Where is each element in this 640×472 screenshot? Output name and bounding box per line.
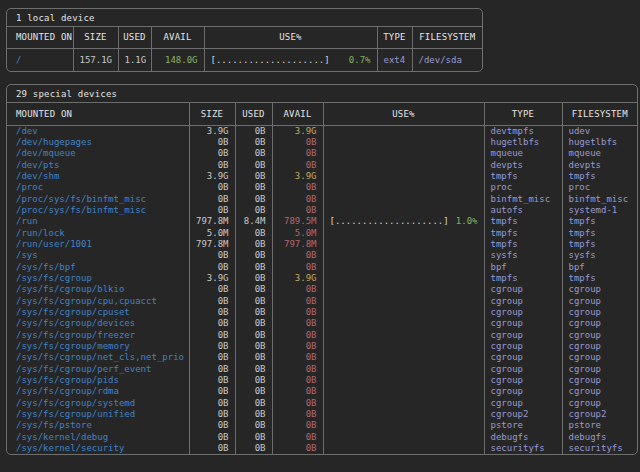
used-cell: 0B [235, 137, 272, 148]
column-header-used: USED [118, 27, 151, 48]
size-cell: 0B [189, 137, 235, 148]
column-header-use: USE% [204, 27, 377, 48]
avail-cell: 0B [272, 250, 323, 261]
filesystem-cell: bpf [562, 262, 637, 273]
size-cell: 0B [189, 250, 235, 261]
use-bar-cell [323, 318, 484, 329]
used-cell: 0B [235, 375, 272, 386]
used-cell: 0B [235, 443, 272, 454]
table-title: 1 local device [7, 9, 482, 27]
table-row: /sys/kernel/security0B0B0Bsecurityfssecu… [7, 443, 637, 454]
filesystem-cell: devpts [562, 160, 637, 171]
filesystem-cell: cgroup [562, 296, 637, 307]
size-cell: 3.9G [189, 273, 235, 284]
used-cell: 0B [235, 205, 272, 216]
table-row: /sys/fs/cgroup/blkio0B0B0Bcgroupcgroup [7, 284, 637, 295]
use-bar-cell [323, 307, 484, 318]
size-cell: 0B [189, 375, 235, 386]
avail-cell: 5.0M [272, 228, 323, 239]
column-header-avail: AVAIL [272, 103, 323, 125]
use-bar-cell [323, 182, 484, 193]
size-cell: 3.9G [189, 125, 235, 137]
use-bar-cell [323, 262, 484, 273]
type-cell: tmpfs [484, 239, 562, 250]
mount-cell: /sys/fs/cgroup/unified [7, 409, 189, 420]
filesystem-cell: cgroup [562, 386, 637, 397]
used-cell: 0B [235, 307, 272, 318]
table-row: /sys/fs/cgroup/devices0B0B0Bcgroupcgroup [7, 318, 637, 329]
table-row: /proc/sys/fs/binfmt_misc0B0B0Bbinfmt_mis… [7, 194, 637, 205]
used-cell: 0B [235, 250, 272, 261]
size-cell: 0B [189, 160, 235, 171]
table-row: /sys/fs/cgroup/net_cls,net_prio0B0B0Bcgr… [7, 352, 637, 363]
table-row: /sys/fs/cgroup/perf_event0B0B0Bcgroupcgr… [7, 364, 637, 375]
avail-cell: 0B [272, 330, 323, 341]
avail-cell: 0B [272, 398, 323, 409]
avail-cell: 0B [272, 160, 323, 171]
header-row: MOUNTED ONSIZEUSEDAVAILUSE%TYPEFILESYSTE… [7, 27, 482, 48]
table-row: /sys/fs/cgroup/systemd0B0B0Bcgroupcgroup [7, 398, 637, 409]
used-cell: 0B [235, 409, 272, 420]
used-cell: 0B [235, 182, 272, 193]
use-bar-cell [323, 432, 484, 443]
use-bar-cell [323, 284, 484, 295]
type-cell: tmpfs [484, 216, 562, 227]
mount-cell: /proc/sys/fs/binfmt_misc [7, 194, 189, 205]
filesystem-cell: cgroup [562, 364, 637, 375]
avail-cell: 0B [272, 194, 323, 205]
use-bar-cell [323, 171, 484, 182]
filesystem-cell: sysfs [562, 250, 637, 261]
avail-cell: 0B [272, 137, 323, 148]
table-row: /sys/fs/bpf0B0B0Bbpfbpf [7, 262, 637, 273]
avail-cell: 148.0G [151, 48, 204, 71]
avail-cell: 0B [272, 284, 323, 295]
used-cell: 0B [235, 330, 272, 341]
usage-bar: [....................] [330, 216, 449, 227]
size-cell: 0B [189, 262, 235, 273]
size-cell: 0B [189, 364, 235, 375]
column-header-avail: AVAIL [151, 27, 204, 48]
filesystem-cell: mqueue [562, 148, 637, 159]
used-cell: 0B [235, 296, 272, 307]
type-cell: cgroup [484, 307, 562, 318]
type-cell: cgroup [484, 341, 562, 352]
filesystem-cell: tmpfs [562, 171, 637, 182]
avail-cell: 0B [272, 420, 323, 431]
avail-cell: 0B [272, 375, 323, 386]
table-row: /proc0B0B0Bprocproc [7, 182, 637, 193]
device-table: MOUNTED ONSIZEUSEDAVAILUSE%TYPEFILESYSTE… [7, 103, 637, 454]
header-row: MOUNTED ONSIZEUSEDAVAILUSE%TYPEFILESYSTE… [7, 103, 637, 125]
filesystem-cell: cgroup [562, 307, 637, 318]
mount-cell: /sys/fs/cgroup/pids [7, 375, 189, 386]
table-row: /157.1G1.1G148.0G[....................]0… [7, 48, 482, 71]
type-cell: cgroup [484, 284, 562, 295]
used-cell: 0B [235, 171, 272, 182]
used-cell: 1.1G [118, 48, 151, 71]
table-row: /sys/fs/cgroup/unified0B0B0Bcgroup2cgrou… [7, 409, 637, 420]
mount-cell: / [7, 48, 73, 71]
usage-bar: [....................] [211, 55, 330, 65]
avail-cell: 0B [272, 148, 323, 159]
filesystem-cell: udev [562, 125, 637, 137]
table-row: /sys/fs/cgroup/pids0B0B0Bcgroupcgroup [7, 375, 637, 386]
avail-cell: 0B [272, 409, 323, 420]
table-title: 29 special devices [7, 85, 637, 103]
table-row: /sys/fs/cgroup/cpu,cpuacct0B0B0Bcgroupcg… [7, 296, 637, 307]
avail-cell: 0B [272, 364, 323, 375]
type-cell: cgroup [484, 364, 562, 375]
mount-cell: /sys/fs/cgroup/blkio [7, 284, 189, 295]
size-cell: 0B [189, 420, 235, 431]
used-cell: 0B [235, 262, 272, 273]
table-row: /sys/fs/cgroup3.9G0B3.9Gtmpfstmpfs [7, 273, 637, 284]
type-cell: cgroup [484, 330, 562, 341]
filesystem-cell: binfmt_misc [562, 194, 637, 205]
used-cell: 0B [235, 148, 272, 159]
avail-cell: 3.9G [272, 171, 323, 182]
avail-cell: 0B [272, 262, 323, 273]
size-cell: 797.8M [189, 216, 235, 227]
size-cell: 0B [189, 307, 235, 318]
table-row: /sys0B0B0Bsysfssysfs [7, 250, 637, 261]
use-bar-cell [323, 443, 484, 454]
device-table: MOUNTED ONSIZEUSEDAVAILUSE%TYPEFILESYSTE… [7, 27, 482, 71]
table-row: /run/user/1001797.8M0B797.8Mtmpfstmpfs [7, 239, 637, 250]
